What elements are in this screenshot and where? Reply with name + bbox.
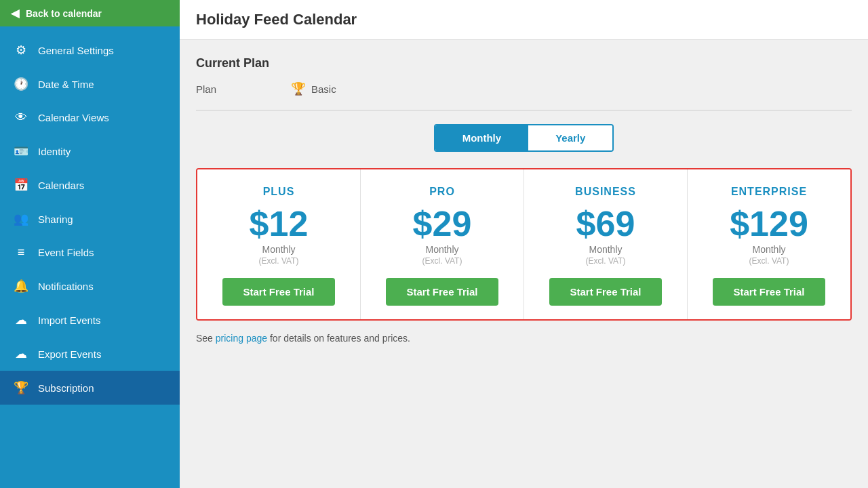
- plan-name-enterprise: ENTERPRISE: [698, 186, 840, 198]
- sidebar: ◀ Back to calendar ⚙ General Settings 🕐 …: [0, 0, 180, 488]
- pricing-page-link[interactable]: pricing page: [216, 333, 267, 344]
- pricing-card-plus: PLUS $12 Monthly (Excl. VAT) Start Free …: [197, 169, 361, 319]
- notifications-icon: 🔔: [14, 279, 28, 293]
- sidebar-item-export-events[interactable]: ☁ Export Events: [0, 337, 180, 371]
- sidebar-item-label-calendars: Calendars: [38, 180, 84, 191]
- sidebar-item-label-calendar-views: Calendar Views: [38, 112, 109, 123]
- sidebar-item-event-fields[interactable]: ≡ Event Fields: [0, 236, 180, 269]
- sidebar-item-subscription[interactable]: 🏆 Subscription: [0, 371, 180, 405]
- start-trial-button-plus[interactable]: Start Free Trial: [222, 278, 335, 306]
- note-prefix: See: [196, 333, 216, 344]
- plan-price-business: $69: [535, 206, 676, 241]
- page-title: Holiday Feed Calendar: [196, 11, 852, 28]
- pricing-note: See pricing page for details on features…: [196, 333, 852, 344]
- sidebar-nav: ⚙ General Settings 🕐 Date & Time 👁 Calen…: [0, 26, 180, 405]
- monthly-toggle-button[interactable]: Monthly: [435, 125, 529, 150]
- plan-price-plus: $12: [208, 206, 349, 241]
- plan-excl-pro: (Excl. VAT): [372, 256, 513, 266]
- plan-period-enterprise: Monthly: [698, 244, 840, 255]
- sidebar-item-calendar-views[interactable]: 👁 Calendar Views: [0, 101, 180, 134]
- billing-toggle-group: Monthly Yearly: [434, 124, 614, 152]
- sidebar-item-label-import-events: Import Events: [38, 314, 101, 326]
- sidebar-item-notifications[interactable]: 🔔 Notifications: [0, 269, 180, 303]
- plan-period-pro: Monthly: [372, 244, 513, 255]
- plan-name-plus: PLUS: [208, 186, 349, 198]
- calendar-views-icon: 👁: [14, 110, 28, 125]
- current-plan-row: Plan 🏆 Basic: [196, 81, 852, 110]
- sidebar-item-label-subscription: Subscription: [38, 382, 94, 394]
- import-events-icon: ☁: [14, 312, 28, 327]
- pricing-card-business: BUSINESS $69 Monthly (Excl. VAT) Start F…: [524, 169, 688, 319]
- sidebar-item-label-sharing: Sharing: [38, 214, 73, 225]
- pricing-card-pro: PRO $29 Monthly (Excl. VAT) Start Free T…: [361, 169, 524, 319]
- note-suffix: for details on features and prices.: [267, 333, 410, 344]
- sidebar-item-label-event-fields: Event Fields: [38, 247, 94, 258]
- sidebar-item-identity[interactable]: 🪪 Identity: [0, 134, 180, 168]
- sidebar-item-calendars[interactable]: 📅 Calendars: [0, 168, 180, 202]
- event-fields-icon: ≡: [14, 245, 28, 260]
- back-button-label: Back to calendar: [26, 8, 102, 19]
- pricing-card-enterprise: ENTERPRISE $129 Monthly (Excl. VAT) Star…: [688, 169, 850, 319]
- start-trial-button-business[interactable]: Start Free Trial: [549, 278, 662, 306]
- yearly-toggle-button[interactable]: Yearly: [528, 125, 612, 150]
- plan-excl-business: (Excl. VAT): [535, 256, 676, 266]
- plan-value: 🏆 Basic: [291, 81, 336, 96]
- pricing-cards-container: PLUS $12 Monthly (Excl. VAT) Start Free …: [196, 168, 852, 321]
- calendars-icon: 📅: [14, 178, 28, 192]
- page-header: Holiday Feed Calendar: [180, 0, 868, 40]
- back-to-calendar-button[interactable]: ◀ Back to calendar: [0, 0, 180, 26]
- start-trial-button-pro[interactable]: Start Free Trial: [386, 278, 498, 306]
- identity-icon: 🪪: [14, 144, 28, 159]
- plan-price-enterprise: $129: [698, 206, 840, 241]
- plan-excl-plus: (Excl. VAT): [208, 256, 349, 266]
- trophy-icon: 🏆: [291, 81, 306, 96]
- back-arrow-icon: ◀: [11, 7, 19, 20]
- general-settings-icon: ⚙: [14, 43, 28, 58]
- sidebar-item-label-general-settings: General Settings: [38, 45, 114, 56]
- section-title: Current Plan: [196, 56, 852, 70]
- sidebar-item-label-date-time: Date & Time: [38, 79, 94, 90]
- sidebar-item-label-export-events: Export Events: [38, 348, 101, 360]
- sidebar-item-general-settings[interactable]: ⚙ General Settings: [0, 33, 180, 67]
- main-content: Holiday Feed Calendar Current Plan Plan …: [180, 0, 868, 488]
- sharing-icon: 👥: [14, 211, 28, 226]
- plan-excl-enterprise: (Excl. VAT): [698, 256, 840, 266]
- billing-toggle-wrapper: Monthly Yearly: [196, 124, 852, 152]
- start-trial-button-enterprise[interactable]: Start Free Trial: [713, 278, 825, 306]
- subscription-icon: 🏆: [14, 380, 28, 395]
- sidebar-item-date-time[interactable]: 🕐 Date & Time: [0, 67, 180, 101]
- plan-period-plus: Monthly: [208, 244, 349, 255]
- date-time-icon: 🕐: [14, 77, 28, 92]
- plan-value-text: Basic: [311, 83, 336, 95]
- content-area: Current Plan Plan 🏆 Basic Monthly Yearly…: [180, 40, 868, 360]
- export-events-icon: ☁: [14, 346, 28, 361]
- plan-price-pro: $29: [372, 206, 513, 241]
- plan-name-business: BUSINESS: [535, 186, 676, 198]
- sidebar-item-sharing[interactable]: 👥 Sharing: [0, 202, 180, 236]
- sidebar-item-import-events[interactable]: ☁ Import Events: [0, 303, 180, 337]
- sidebar-item-label-identity: Identity: [38, 146, 71, 157]
- plan-name-pro: PRO: [372, 186, 513, 198]
- sidebar-item-label-notifications: Notifications: [38, 281, 94, 292]
- plan-period-business: Monthly: [535, 244, 676, 255]
- plan-label: Plan: [196, 83, 277, 95]
